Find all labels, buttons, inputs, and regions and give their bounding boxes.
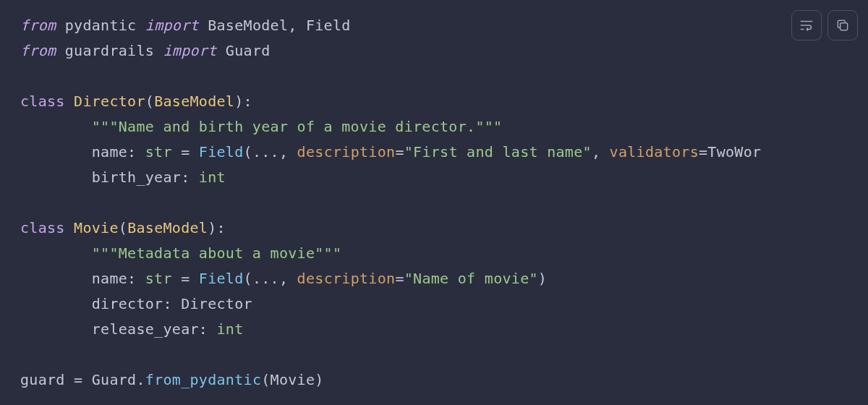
code-block: from pydantic import BaseModel, Field fr…	[0, 0, 868, 405]
line-1: from pydantic import BaseModel, Field	[20, 17, 351, 34]
line-13: release_year: int	[20, 320, 244, 338]
line-2: from guardrails import Guard	[20, 42, 271, 59]
line-11: name: str = Field(..., description="Name…	[20, 270, 547, 287]
wrap-icon	[799, 17, 814, 33]
line-5: """Name and birth year of a movie direct…	[20, 118, 502, 135]
line-6: name: str = Field(..., description="Firs…	[20, 143, 761, 161]
svg-rect-0	[841, 23, 848, 30]
copy-icon	[835, 18, 850, 33]
line-15: guard = Guard.from_pydantic(Movie)	[20, 371, 324, 388]
wrap-button[interactable]	[791, 10, 822, 40]
line-10: """Metadata about a movie"""	[20, 244, 341, 262]
line-7: birth_year: int	[20, 169, 226, 186]
code-toolbar	[791, 10, 858, 40]
line-9: class Movie(BaseModel):	[20, 219, 226, 236]
line-12: director: Director	[20, 295, 252, 312]
copy-button[interactable]	[827, 10, 858, 40]
line-4: class Director(BaseModel):	[20, 93, 252, 110]
